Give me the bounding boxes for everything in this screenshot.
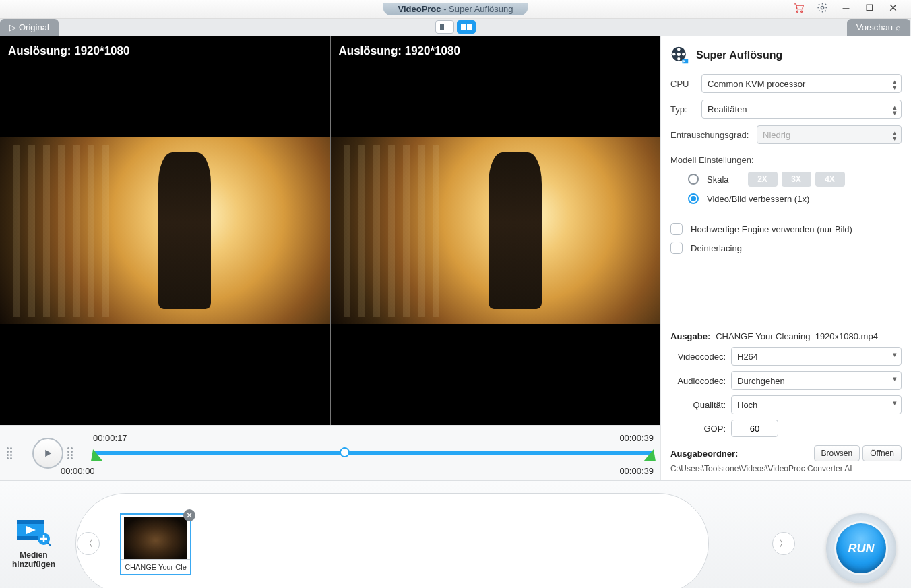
vcodec-select[interactable]: H264▾ [731,347,902,366]
open-button[interactable]: Öffnen [862,445,902,461]
folder-label: Ausgabeordner: [670,449,738,459]
svg-rect-9 [467,24,472,30]
time-end: 00:00:39 [619,466,654,476]
close-button[interactable] [887,2,899,16]
scale-3x-button[interactable]: 3X [782,172,811,187]
deinterlace-row[interactable]: Deinterlacing [670,242,902,254]
video-split: Auslösung: 1920*1080 Auslösung: 1920*108… [0,36,660,425]
resolution-label-right: Auslösung: 1920*1080 [339,44,460,58]
svg-rect-8 [461,24,466,30]
hq-engine-row[interactable]: Hochwertige Engine verwenden (nur Bild) [670,223,902,235]
tab-original[interactable]: ▷ Original [0,19,59,36]
svg-point-2 [821,6,823,9]
film-reel-icon [670,46,689,65]
hq-engine-label: Hochwertige Engine verwenden (nur Bild) [691,224,852,234]
tab-preview-label: Vorschau [856,22,893,32]
time-current: 00:00:17 [93,433,127,443]
acodec-label: Audiocodec: [670,376,726,386]
add-media-button[interactable]: Medienhinzufügen [12,517,55,570]
type-select[interactable]: Realitäten▴▾ [701,100,902,119]
time-duration: 00:00:39 [619,433,654,443]
enhance-label: Video/Bild verbessern (1x) [707,194,809,204]
preview-pane-right: Auslösung: 1920*1080 [330,36,661,425]
gear-icon[interactable] [817,2,828,16]
type-label: Typ: [670,104,695,115]
tab-original-label: Original [19,22,49,32]
svg-point-1 [801,11,803,12]
view-split-button[interactable] [457,20,476,34]
tab-preview[interactable]: Vorschau ⌕ [847,19,910,36]
svg-point-14 [677,57,680,60]
svg-point-15 [672,53,675,55]
model-settings-label: Modell Einstellungen: [670,155,902,165]
svg-rect-7 [440,24,444,30]
chevron-updown-icon: ▴▾ [893,130,897,141]
checkbox-deinterlace[interactable] [670,242,683,254]
media-thumbnail[interactable]: ✕ CHANGE Your Cle [120,513,191,575]
carousel-next-button[interactable]: 〉 [772,532,795,555]
thumbnail-image [124,517,187,559]
radio-enhance[interactable] [688,193,699,204]
thumbnail-caption: CHANGE Your Cle [121,559,190,574]
quality-label: Qualität: [670,400,726,410]
chevron-updown-icon: ▴▾ [893,104,897,115]
output-head: Ausgabe: [670,331,710,341]
browse-button[interactable]: Browsen [814,445,860,461]
preview-pane-left: Auslösung: 1920*1080 [0,36,330,425]
run-label: RUN [836,523,886,573]
carousel-prev-button[interactable]: 〈 [77,532,100,555]
cart-icon[interactable] [793,2,805,16]
denoise-label: Entrauschungsgrad: [670,130,750,140]
denoise-select: Niedrig▴▾ [757,125,902,144]
play-outline-icon: ▷ [9,22,16,32]
deinterlace-label: Deinterlacing [691,243,742,253]
output-folder-path: C:\Users\Toolstone\Videos\VideoProc Conv… [670,464,902,473]
radio-scale[interactable] [688,174,699,185]
video-frame-right [331,137,661,324]
view-single-button[interactable] [435,20,454,34]
main-area: Auslösung: 1920*1080 Auslösung: 1920*108… [0,36,911,480]
time-start: 00:00:00 [61,466,95,476]
acodec-select[interactable]: Durchgehen▾ [731,371,902,390]
playhead[interactable] [340,447,350,457]
chevron-down-icon: ▾ [893,400,897,405]
checkbox-hq-engine[interactable] [670,223,683,235]
gop-input[interactable] [731,420,778,437]
play-button[interactable] [32,438,63,469]
minimize-button[interactable] [840,2,852,16]
video-frame-left [0,137,330,324]
titlebar: VideoProc - Super Auflösung [0,0,911,19]
cpu-select[interactable]: Common KVM processor▴▾ [701,74,902,93]
scale-2x-button[interactable]: 2X [748,172,778,187]
drag-handle-right[interactable] [67,447,75,459]
media-strip: Medienhinzufügen 〈 ✕ CHANGE Your Cle 〉 R… [0,480,911,588]
radio-scale-row[interactable]: Skala 2X 3X 4X [688,172,902,187]
window-title: VideoProc - Super Auflösung [383,3,528,15]
chevron-down-icon: ▾ [893,352,897,357]
timeline-track[interactable] [93,451,654,455]
add-media-icon [15,517,52,547]
svg-marker-10 [45,449,51,457]
cpu-label: CPU [670,79,695,89]
svg-point-0 [796,11,798,12]
panel-title: Super Auflösung [670,46,902,65]
radio-enhance-row[interactable]: Video/Bild verbessern (1x) [688,193,902,204]
app-name: VideoProc [398,4,441,14]
svg-point-13 [677,48,680,51]
timeline[interactable]: 00:00:1700:00:39 00:00:0000:00:39 [93,433,654,473]
add-media-label: Medienhinzufügen [12,551,55,570]
settings-panel: Super Auflösung CPU Common KVM processor… [660,36,911,480]
svg-rect-4 [867,5,873,11]
scale-label: Skala [707,174,729,185]
run-button[interactable]: RUN [826,513,896,583]
drag-handle-left[interactable] [7,447,15,459]
vcodec-label: Videocodec: [670,352,726,362]
scale-4x-button[interactable]: 4X [815,172,845,187]
thumbnail-remove-button[interactable]: ✕ [183,509,195,521]
magnify-icon: ⌕ [896,22,901,32]
view-toggle-group [435,20,476,34]
maximize-button[interactable] [864,2,875,16]
output-filename: CHANGE Your Cleaning_1920x1080.mp4 [716,331,878,341]
tab-row: ▷ Original Vorschau ⌕ [0,19,911,36]
quality-select[interactable]: Hoch▾ [731,395,902,414]
